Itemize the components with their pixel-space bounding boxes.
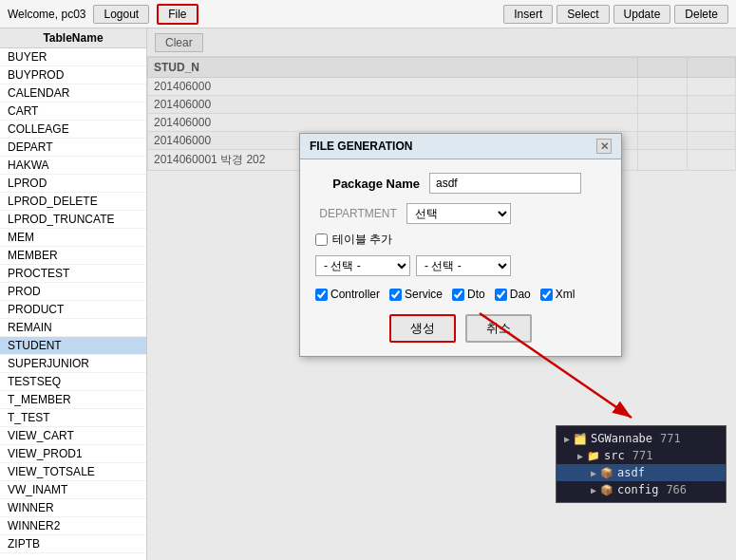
tree-icon: 📦 [600, 484, 613, 496]
cancel-button[interactable]: 취소 [465, 314, 532, 343]
tree-badge: 771 [632, 449, 653, 462]
tree-icon: 📦 [600, 467, 613, 479]
checkbox-xml[interactable]: Xml [540, 288, 576, 301]
sidebar-item-superjunior[interactable]: SUPERJUNIOR [0, 355, 146, 373]
tree-text: src [604, 449, 625, 462]
tree-text: config [617, 483, 658, 496]
checkbox-service[interactable]: Service [389, 288, 443, 301]
tree-icon: 📁 [587, 450, 600, 462]
package-name-label: Package Name [315, 177, 420, 191]
sidebar-item-cart[interactable]: CART [0, 103, 146, 121]
sidebar-item-product[interactable]: PRODUCT [0, 301, 146, 319]
sidebar-item-lprod_truncate[interactable]: LPROD_TRUNCATE [0, 211, 146, 229]
table-add-checkbox[interactable] [315, 233, 328, 246]
cb-label-dao: Dao [510, 288, 531, 301]
tree-popup: ▶ 🗂️ SGWannabe 771▶ 📁 src 771▶ 📦 asdf [556, 425, 727, 503]
checkbox-dto[interactable]: Dto [452, 288, 485, 301]
dept-placeholder-label: DEPARTMENT [315, 207, 401, 220]
topbar-right: Insert Select Update Delete [503, 5, 728, 24]
sidebar-item-remain[interactable]: REMAIN [0, 319, 146, 337]
cb-input-dto[interactable] [452, 289, 464, 301]
cb-label-dto: Dto [467, 288, 485, 301]
update-button[interactable]: Update [613, 5, 671, 24]
package-name-input[interactable] [429, 173, 581, 194]
dialog-title-text: FILE GENERATION [310, 140, 412, 153]
welcome-text: Welcome, pc03 [8, 8, 85, 21]
tree-arrow: ▶ [577, 451, 583, 461]
insert-button[interactable]: Insert [503, 5, 553, 24]
select-button[interactable]: Select [557, 5, 609, 24]
content-area: Clear STUD_N 201406000201406000201406000… [147, 28, 736, 560]
tree-arrow: ▶ [591, 468, 596, 478]
sidebar-item-calendar[interactable]: CALENDAR [0, 84, 146, 103]
sidebar-item-view_totsale[interactable]: VIEW_TOTSALE [0, 463, 146, 481]
cb-input-service[interactable] [389, 289, 402, 301]
sidebar-item-t_test[interactable]: T_TEST [0, 409, 146, 427]
sidebar-item-hakwa[interactable]: HAKWA [0, 157, 146, 175]
sel-row: - 선택 - - 선택 - [315, 255, 606, 276]
sidebar-item-prod[interactable]: PROD [0, 283, 146, 301]
sidebar-item-student[interactable]: STUDENT [0, 337, 146, 355]
sidebar-item-colleage[interactable]: COLLEAGE [0, 121, 146, 139]
tree-text: SGWannabe [591, 432, 652, 445]
dialog-close-button[interactable]: ✕ [596, 139, 612, 154]
tree-item-asdf[interactable]: ▶ 📦 asdf [557, 464, 726, 481]
sidebar-item-buyer[interactable]: BUYER [0, 48, 146, 66]
tree-item-config[interactable]: ▶ 📦 config 766 [557, 481, 726, 498]
tree-arrow: ▶ [591, 485, 596, 495]
sidebar-item-t_member[interactable]: T_MEMBER [0, 391, 146, 409]
sidebar-item-winner[interactable]: WINNER [0, 499, 146, 517]
tree-item-src[interactable]: ▶ 📁 src 771 [557, 447, 726, 464]
sidebar-item-lprod_delete[interactable]: LPROD_DELETE [0, 193, 146, 211]
dialog-title: FILE GENERATION ✕ [300, 134, 621, 159]
sel1-select[interactable]: - 선택 - [315, 255, 410, 276]
package-name-row: Package Name [315, 173, 606, 194]
sidebar-item-mem[interactable]: MEM [0, 229, 146, 247]
sidebar-item-ziptb[interactable]: ZIPTB [0, 535, 146, 553]
sidebar-item-vw_inamt[interactable]: VW_INAMT [0, 481, 146, 499]
tree-arrow: ▶ [564, 434, 570, 444]
sel2-select[interactable]: - 선택 - [416, 255, 511, 276]
checkbox-controller[interactable]: Controller [315, 288, 380, 301]
cb-input-controller[interactable] [315, 289, 328, 301]
sidebar-item-buyprod[interactable]: BUYPROD [0, 66, 146, 84]
dialog-body: Package Name DEPARTMENT 선택 테이블 추가 [300, 159, 621, 356]
checkbox-row: ControllerServiceDtoDaoXml [315, 288, 606, 301]
cb-label-controller: Controller [330, 288, 380, 301]
topbar: Welcome, pc03 Logout File Insert Select … [0, 0, 736, 28]
tree-item-sgwannabe[interactable]: ▶ 🗂️ SGWannabe 771 [557, 430, 726, 447]
sidebar-item-view_cart[interactable]: VIEW_CART [0, 427, 146, 445]
sidebar-item-testseq[interactable]: TESTSEQ [0, 373, 146, 391]
table-add-row: 테이블 추가 [315, 232, 606, 248]
sidebar-items: BUYERBUYPRODCALENDARCARTCOLLEAGEDEPARTHA… [0, 48, 146, 553]
sidebar-item-depart[interactable]: DEPART [0, 139, 146, 157]
topbar-left: Welcome, pc03 Logout File [8, 4, 198, 25]
cb-label-service: Service [405, 288, 443, 301]
action-row: 생성 취소 [315, 314, 606, 343]
tree-text: asdf [617, 466, 645, 479]
sidebar-header: TableName [0, 28, 146, 48]
file-generation-dialog: FILE GENERATION ✕ Package Name DEPARTMEN… [299, 133, 622, 357]
checkbox-dao[interactable]: Dao [495, 288, 531, 301]
cb-label-xml: Xml [556, 288, 576, 301]
table-add-label: 테이블 추가 [332, 232, 392, 248]
sidebar-item-lprod[interactable]: LPROD [0, 175, 146, 193]
sidebar-item-member[interactable]: MEMBER [0, 247, 146, 265]
main-layout: TableName BUYERBUYPRODCALENDARCARTCOLLEA… [0, 28, 736, 560]
file-button[interactable]: File [157, 4, 198, 25]
dept-select[interactable]: 선택 [406, 203, 511, 224]
tree-badge: 766 [666, 483, 687, 496]
cb-input-xml[interactable] [540, 289, 553, 301]
dept-row: DEPARTMENT 선택 [315, 203, 606, 224]
sidebar-item-proctest[interactable]: PROCTEST [0, 265, 146, 283]
delete-button[interactable]: Delete [674, 5, 728, 24]
cb-input-dao[interactable] [495, 289, 507, 301]
sidebar-item-view_prod1[interactable]: VIEW_PROD1 [0, 445, 146, 463]
generate-button[interactable]: 생성 [389, 314, 456, 343]
sidebar: TableName BUYERBUYPRODCALENDARCARTCOLLEA… [0, 28, 147, 560]
sidebar-item-winner2[interactable]: WINNER2 [0, 517, 146, 535]
tree-icon: 🗂️ [574, 433, 587, 445]
tree-badge: 771 [660, 432, 681, 445]
logout-button[interactable]: Logout [93, 5, 149, 24]
